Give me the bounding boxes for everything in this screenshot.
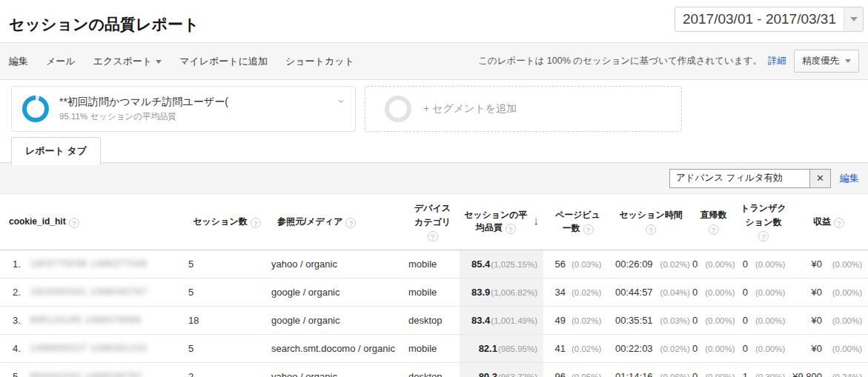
session-quality-cell: 80.3(963.72%) bbox=[460, 362, 543, 377]
quality-percent: (985.95%) bbox=[498, 344, 537, 353]
help-icon[interactable] bbox=[69, 218, 79, 228]
help-icon[interactable] bbox=[506, 224, 516, 234]
export-menu-item[interactable]: エクスポート bbox=[93, 55, 162, 68]
transactions-percent: (0.00%) bbox=[755, 288, 785, 297]
duration-value: 00:44:57 bbox=[615, 287, 653, 298]
quality-value: 85.4 bbox=[471, 258, 490, 270]
help-icon[interactable] bbox=[251, 218, 261, 228]
bounces-value: 0 bbox=[692, 258, 698, 270]
mail-menu-item[interactable]: メール bbox=[46, 55, 76, 68]
session-duration-cell: 01:14:16(0.06%) bbox=[612, 362, 689, 377]
sessions-cell: 2 bbox=[185, 362, 268, 377]
help-icon[interactable] bbox=[428, 231, 438, 241]
date-range-selector[interactable]: 2017/03/01 - 2017/03/31 bbox=[675, 7, 864, 32]
transactions-value: 0 bbox=[741, 258, 748, 270]
header-label: 参照元/メディア bbox=[277, 216, 342, 227]
col-header-device-category[interactable]: デバイス カテゴリ bbox=[405, 194, 460, 250]
header-label: ページビュー数 bbox=[555, 210, 600, 234]
help-icon[interactable] bbox=[758, 231, 769, 241]
pageviews-percent: (0.02%) bbox=[572, 288, 601, 297]
add-to-dashboard-menu-item[interactable]: マイレポートに追加 bbox=[179, 55, 268, 68]
duration-percent: (0.02%) bbox=[660, 260, 690, 269]
cookie-id-blurred: 854442042 1486036792 bbox=[30, 371, 142, 377]
col-header-bounces[interactable]: 直帰数 bbox=[689, 194, 738, 250]
pageviews-cell: 96(0.05%) bbox=[543, 362, 612, 377]
session-quality-cell: 83.4(1,001.49%) bbox=[460, 306, 543, 334]
duration-percent: (0.06%) bbox=[660, 373, 690, 377]
add-segment-card[interactable]: + セグメントを追加 bbox=[365, 86, 682, 132]
filter-edit-link[interactable]: 編集 bbox=[840, 172, 859, 185]
shortcut-menu-item[interactable]: ショートカット bbox=[285, 55, 354, 68]
chevron-down-icon[interactable]: ⌄ bbox=[336, 91, 346, 107]
segment-subtitle: 95.11% セッションの平均品質 bbox=[59, 111, 228, 122]
transactions-value: 1 bbox=[741, 371, 748, 377]
col-header-session-duration[interactable]: セッション時間 bbox=[612, 194, 689, 250]
revenue-percent: (0.00%) bbox=[822, 344, 862, 353]
help-icon[interactable] bbox=[583, 224, 594, 235]
session-quality-cell: 85.4(1,025.15%) bbox=[460, 250, 543, 278]
revenue-cell: ¥0(0.00%) bbox=[789, 278, 868, 306]
col-header-sessions[interactable]: セッション数 bbox=[185, 194, 268, 250]
tab-report[interactable]: レポート タブ bbox=[11, 137, 101, 165]
source-medium-cell: yahoo / organic bbox=[268, 250, 405, 278]
help-icon[interactable] bbox=[345, 218, 356, 228]
col-header-source-medium[interactable]: 参照元/メディア bbox=[268, 194, 405, 250]
bounces-cell: 0(0.00%) bbox=[689, 250, 738, 278]
bounces-cell: 0(0.00%) bbox=[689, 334, 738, 362]
pageviews-value: 49 bbox=[546, 315, 566, 326]
row-index: 5. bbox=[13, 371, 30, 377]
quality-value: 80.3 bbox=[479, 371, 497, 377]
col-header-pageviews[interactable]: ページビュー数 bbox=[543, 194, 612, 250]
transactions-cell: 0(0.00%) bbox=[738, 250, 789, 278]
help-icon[interactable] bbox=[709, 224, 719, 235]
help-icon[interactable] bbox=[834, 218, 844, 228]
session-quality-cell: 82.1(985.95%) bbox=[460, 334, 543, 362]
advanced-filter-box[interactable]: アドバンス フィルタ有効 ✕ bbox=[669, 169, 831, 188]
toolbar-right: このレポートは 100% のセッションに基づいて作成されています。 詳細 精度優… bbox=[478, 50, 859, 73]
revenue-value: ¥0 bbox=[812, 343, 822, 354]
advanced-filter-value[interactable]: アドバンス フィルタ有効 bbox=[670, 170, 809, 187]
header-label: セッション数 bbox=[193, 216, 247, 227]
page-header: セッションの品質レポート 2017/03/01 - 2017/03/31 bbox=[0, 0, 868, 43]
chevron-down-icon bbox=[850, 17, 858, 21]
table-header-row: cookie_id_hit セッション数 参照元/メディア デバイス カテゴリ … bbox=[0, 194, 868, 250]
active-segment-card[interactable]: **初回訪問かつマルチ訪問ユーザー( 95.11% セッションの平均品質 ⌄ bbox=[11, 86, 356, 132]
date-dropdown-zone[interactable] bbox=[844, 7, 863, 31]
precision-selector-button[interactable]: 精度優先 bbox=[794, 50, 859, 73]
revenue-cell: ¥0(0.00%) bbox=[789, 334, 868, 362]
revenue-cell: ¥0(0.00%) bbox=[789, 250, 868, 278]
pageviews-percent: (0.02%) bbox=[572, 344, 601, 353]
transactions-percent: (0.30%) bbox=[755, 373, 785, 377]
col-header-session-quality[interactable]: セッションの平均品質↓ bbox=[460, 194, 543, 250]
cookie-id-blurred: 1803775036 1486377046 bbox=[30, 258, 148, 269]
sort-desc-icon[interactable]: ↓ bbox=[533, 214, 540, 229]
pageviews-percent: (0.03%) bbox=[572, 260, 601, 269]
date-range-value: 2017/03/01 - 2017/03/31 bbox=[675, 7, 844, 31]
transactions-percent: (0.00%) bbox=[755, 344, 785, 353]
bounces-value: 0 bbox=[692, 371, 698, 377]
device-category-cell: mobile bbox=[405, 278, 460, 306]
col-header-transactions[interactable]: トランザクション数 bbox=[738, 194, 789, 250]
bounces-percent: (0.00%) bbox=[705, 373, 735, 377]
help-icon[interactable] bbox=[646, 224, 656, 235]
revenue-percent: (0.24%) bbox=[822, 373, 862, 377]
quality-percent: (963.72%) bbox=[498, 373, 537, 377]
sampling-notice: このレポートは 100% のセッションに基づいて作成されています。 bbox=[478, 55, 762, 67]
revenue-cell: ¥0(0.00%) bbox=[789, 306, 868, 334]
transactions-percent: (0.00%) bbox=[755, 316, 785, 325]
duration-value: 00:22:03 bbox=[615, 343, 653, 354]
col-header-revenue[interactable]: 収益 bbox=[789, 194, 868, 250]
close-icon[interactable]: ✕ bbox=[809, 170, 830, 187]
notice-detail-link[interactable]: 詳細 bbox=[768, 55, 786, 67]
sessions-cell: 5 bbox=[185, 278, 268, 306]
duration-value: 01:14:16 bbox=[615, 371, 653, 377]
table-row: 5. 854442042 1486036792 2 yahoo / organi… bbox=[0, 362, 868, 377]
table-row: 1. 1803775036 1486377046 5 yahoo / organ… bbox=[0, 250, 868, 278]
bounces-percent: (0.00%) bbox=[705, 316, 735, 325]
segment-donut-icon bbox=[22, 96, 49, 122]
edit-menu-item[interactable]: 編集 bbox=[9, 55, 28, 68]
revenue-value: ¥9,800 bbox=[792, 371, 822, 377]
col-header-cookie-id-hit[interactable]: cookie_id_hit bbox=[0, 194, 185, 250]
table-row: 3. 895134165 1486378965 18 google / orga… bbox=[0, 306, 868, 334]
header-label: 直帰数 bbox=[700, 208, 727, 222]
